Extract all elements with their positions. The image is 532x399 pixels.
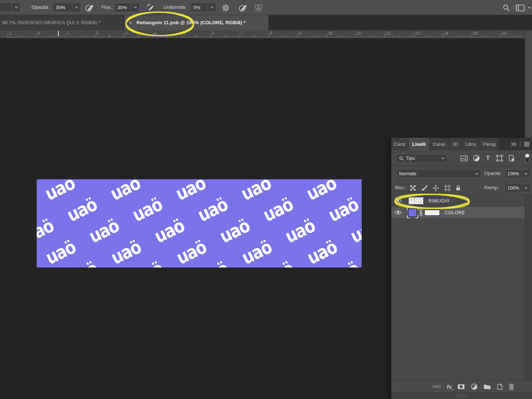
layer-visibility-eye-icon[interactable]: [391, 207, 405, 218]
panel-tab-parag[interactable]: Parag: [479, 138, 499, 150]
canvas-pattern-text: uaö: [173, 236, 210, 267]
layer-name[interactable]: COLORE: [445, 210, 465, 215]
flow-field[interactable]: 30%: [115, 3, 140, 12]
blend-mode-row: Normale Opacità: 100%: [391, 166, 532, 181]
smoothing-value[interactable]: 0%: [191, 3, 207, 12]
layers-panel-footer: fx▼: [391, 380, 532, 392]
panel-tab-carat[interactable]: Carat: [391, 138, 409, 150]
adjustment-layer-filter-icon[interactable]: [473, 155, 480, 162]
canvas-pattern-text: uaö: [238, 179, 274, 205]
document-tab-inactive[interactable]: 66,7% (INSERISCI GRAFICA QUI 3, RGB/8) *: [0, 15, 124, 30]
panel-overflow-icon[interactable]: [509, 138, 519, 150]
lock-pixels-icon[interactable]: [421, 184, 428, 191]
panel-tab-strip: CaratLivelliCanal3DLibraParag: [391, 138, 532, 150]
panel-tab-canal[interactable]: Canal: [430, 138, 449, 150]
new-adjustment-icon[interactable]: [471, 383, 478, 390]
new-group-icon[interactable]: [484, 384, 491, 389]
smoothing-field[interactable]: 0%: [191, 3, 216, 12]
layer-row-rimuovi[interactable]: RIMUOVI: [391, 195, 525, 207]
layer-mask-thumbnail[interactable]: [424, 210, 440, 216]
ruler-major-tick: [269, 33, 269, 38]
smart-object-filter-icon[interactable]: [508, 155, 515, 162]
ruler-number: 11: [357, 31, 361, 35]
chevron-down-icon[interactable]: [522, 184, 529, 192]
add-mask-icon[interactable]: [457, 384, 465, 389]
ruler-cursor-indicator: [58, 31, 59, 36]
layer-visibility-eye-icon[interactable]: [391, 195, 405, 206]
document-canvas[interactable]: uaöuaöuaöuaöuaöuaöuaöuaöuaöuaöuaöuaöuaöu…: [37, 179, 362, 267]
layer-thumbnail-target[interactable]: [407, 207, 418, 218]
layer-filter-toggle[interactable]: [525, 153, 530, 163]
search-icon[interactable]: [502, 3, 511, 12]
link-layers-icon[interactable]: [433, 384, 441, 389]
opacity-field[interactable]: 30%: [53, 3, 81, 12]
ruler-number: 1: [67, 31, 69, 35]
paint-symmetry-icon[interactable]: [254, 3, 263, 12]
shape-layer-filter-icon[interactable]: [496, 155, 503, 162]
panel-tab-libra[interactable]: Libra: [462, 138, 479, 150]
horizontal-ruler[interactable]: 1012345678910111213141516: [0, 30, 525, 39]
new-layer-icon[interactable]: [497, 384, 503, 390]
layers-scroll-gutter[interactable]: [525, 195, 532, 380]
layer-filter-row: Tipo T: [391, 150, 532, 166]
flow-label: Flus.:: [101, 0, 113, 15]
opacity-value[interactable]: 30%: [53, 3, 72, 12]
panel-tab-spacer: [499, 138, 509, 150]
brush-preset-select[interactable]: [0, 3, 21, 12]
chevron-down-icon[interactable]: [522, 170, 529, 177]
panel-menu-icon[interactable]: [522, 138, 532, 150]
fill-field[interactable]: 100%: [505, 184, 530, 192]
airbrush-icon[interactable]: [146, 3, 155, 12]
flow-value[interactable]: 30%: [115, 3, 131, 12]
ruler-number: 7: [241, 31, 243, 35]
canvas-pattern-text: uaö: [194, 194, 231, 226]
layer-name[interactable]: RIMUOVI: [428, 198, 449, 204]
chevron-down-icon[interactable]: [526, 3, 532, 12]
opacity-pressure-icon[interactable]: [85, 3, 94, 12]
layer-filter-type-select[interactable]: Tipo: [396, 154, 448, 163]
ruler-number: 14: [444, 31, 448, 35]
canvas-pattern-text: uaö: [172, 179, 209, 205]
ruler-major-tick: [66, 33, 66, 38]
chevron-down-icon[interactable]: [131, 3, 139, 12]
chevron-down-icon[interactable]: [12, 3, 20, 12]
panel-tab-livelli[interactable]: Livelli: [409, 138, 429, 150]
ruler-number: 1: [9, 31, 11, 35]
panel-tab-3d[interactable]: 3D: [449, 138, 462, 150]
lock-transparency-icon[interactable]: [410, 185, 416, 191]
ruler-number: 4: [154, 31, 156, 35]
close-icon[interactable]: ×: [129, 19, 132, 26]
pixel-layer-filter-icon[interactable]: [460, 155, 468, 161]
workspace-icon[interactable]: [515, 3, 526, 12]
mask-link-icon[interactable]: [419, 209, 423, 216]
smoothing-gear-icon[interactable]: [221, 3, 230, 12]
fx-label: fx: [447, 384, 452, 389]
ruler-number: 13: [415, 31, 419, 35]
toolbar-divider: [235, 2, 235, 13]
ruler-major-tick: [95, 33, 95, 38]
opacity-label: Opacità:: [32, 0, 49, 15]
document-tab-active[interactable]: × Rettangolo 11.psb @ 100% (COLORE, RGB/…: [124, 15, 268, 30]
layer-style-icon[interactable]: fx▼: [447, 384, 452, 389]
layer-row-colore[interactable]: COLORE: [391, 207, 525, 219]
lock-all-icon[interactable]: [456, 185, 461, 191]
lock-artboard-icon[interactable]: [444, 184, 451, 191]
size-pressure-icon[interactable]: [238, 3, 248, 12]
fill-label: Riemp.:: [484, 181, 500, 195]
chevron-down-icon[interactable]: [207, 3, 216, 12]
canvas-pattern-text: uaö: [129, 194, 166, 226]
canvas-pattern-text: uaö: [107, 179, 144, 205]
panel-opacity-value[interactable]: 100%: [505, 170, 522, 177]
type-layer-filter-icon[interactable]: T: [485, 155, 491, 161]
blend-mode-select[interactable]: Normale: [396, 169, 481, 178]
canvas-pattern-text: uaö: [216, 215, 253, 248]
delete-layer-icon[interactable]: [509, 384, 514, 390]
canvas-pattern-text: uaö: [304, 236, 340, 267]
layer-thumbnail-transparent[interactable]: [408, 197, 424, 205]
lock-position-icon[interactable]: [433, 185, 439, 191]
panel-resize-strip[interactable]: [391, 392, 532, 399]
panel-opacity-field[interactable]: 100%: [505, 169, 530, 178]
fill-value[interactable]: 100%: [505, 184, 522, 192]
drag-handle[interactable]: [456, 394, 467, 398]
chevron-down-icon[interactable]: [72, 3, 80, 12]
